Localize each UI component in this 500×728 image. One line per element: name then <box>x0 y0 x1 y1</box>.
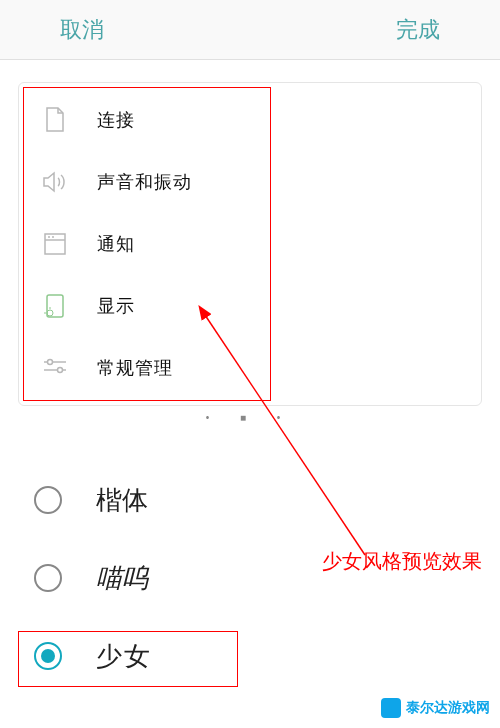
page-indicator: • ■ • <box>0 406 500 433</box>
file-icon <box>41 106 69 134</box>
radio-unselected[interactable] <box>34 564 62 592</box>
done-button[interactable]: 完成 <box>396 15 440 45</box>
font-option-girl[interactable]: 少女 <box>0 617 500 695</box>
font-label: 少女 <box>96 639 152 674</box>
menu-item-display[interactable]: 显示 <box>19 275 481 337</box>
watermark: 泰尔达游戏网 <box>381 698 490 718</box>
display-icon <box>41 292 69 320</box>
header-bar: 取消 完成 <box>0 0 500 60</box>
svg-point-5 <box>47 310 53 316</box>
menu-label: 连接 <box>97 108 135 132</box>
menu-item-general[interactable]: 常规管理 <box>19 337 481 399</box>
menu-item-connections[interactable]: 连接 <box>19 89 481 151</box>
svg-point-11 <box>58 368 63 373</box>
svg-rect-4 <box>47 295 63 317</box>
radio-selected[interactable] <box>34 642 62 670</box>
annotation-label: 少女风格预览效果 <box>322 548 482 575</box>
watermark-text: 泰尔达游戏网 <box>406 699 490 717</box>
menu-label: 显示 <box>97 294 135 318</box>
svg-point-3 <box>52 236 54 238</box>
font-options-list: 楷体 喵呜 少女 <box>0 461 500 695</box>
watermark-logo-icon <box>381 698 401 718</box>
radio-unselected[interactable] <box>34 486 62 514</box>
menu-label: 声音和振动 <box>97 170 192 194</box>
svg-point-9 <box>48 360 53 365</box>
menu-label: 通知 <box>97 232 135 256</box>
svg-point-2 <box>48 236 50 238</box>
font-preview-card: 连接 声音和振动 通知 显示 常规管理 <box>18 82 482 406</box>
font-label: 楷体 <box>96 483 148 518</box>
font-option-kaiti[interactable]: 楷体 <box>0 461 500 539</box>
cancel-button[interactable]: 取消 <box>60 15 104 45</box>
sound-icon <box>41 168 69 196</box>
menu-item-sound[interactable]: 声音和振动 <box>19 151 481 213</box>
notification-icon <box>41 230 69 258</box>
menu-label: 常规管理 <box>97 356 173 380</box>
menu-item-notification[interactable]: 通知 <box>19 213 481 275</box>
font-label: 喵呜 <box>96 561 148 596</box>
settings-icon <box>41 354 69 382</box>
